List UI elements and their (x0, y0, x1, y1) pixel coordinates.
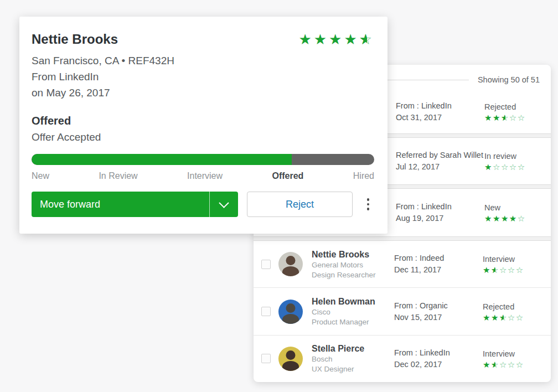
candidate-company: General Motors (312, 260, 394, 270)
select-candidate-checkbox[interactable] (261, 307, 271, 316)
source-cell: From : LinkedIn Oct 31, 2017 (396, 100, 484, 123)
row-separator (254, 236, 551, 241)
candidate-info: Helen Bowman Cisco Product Manager (312, 296, 394, 327)
source-text: From : LinkedIn (396, 201, 484, 213)
kebab-dot (367, 208, 370, 210)
source-text: Referred by Sarah Willet (396, 149, 484, 161)
avatar (278, 252, 303, 276)
status-text: Rejected (484, 101, 541, 112)
rating-stars: ★★★★☆ (484, 215, 541, 223)
card-actions: Move forward Reject (32, 192, 374, 217)
candidate-row[interactable]: Nettie Brooks General Motors Design Rese… (254, 241, 551, 287)
status-cell: Rejected ★★☆★☆☆ (483, 301, 551, 322)
source-text: From : LinkedIn (394, 347, 483, 359)
rating-stars: ★☆★☆☆☆ (483, 266, 541, 275)
date-text: Jul 12, 2017 (396, 161, 484, 173)
candidate-info: Stella Pierce Bosch UX Designer (312, 343, 394, 374)
candidate-name: Nettie Brooks (32, 31, 174, 48)
pipeline-progress-fill (32, 154, 292, 165)
source-text: From : Organic (394, 300, 483, 312)
stage-label-hired: Hired (353, 171, 374, 181)
candidate-name: Nettie Brooks (312, 249, 394, 260)
stage-label-new: New (32, 171, 49, 181)
source-text: From : LinkedIn (396, 100, 484, 112)
status-cell: New ★★★★☆ (484, 202, 551, 223)
date-text: Dec 11, 2017 (394, 264, 483, 276)
rating-stars: ★☆★☆☆☆ (483, 361, 541, 369)
avatar (278, 347, 303, 371)
date-text: Aug 19, 2017 (396, 213, 484, 224)
candidate-role: Design Researcher (312, 270, 394, 280)
card-header: Nettie Brooks San Francisco, CA • REF432… (32, 31, 374, 101)
stage-label-in-review: In Review (99, 171, 137, 181)
candidate-detail-card: Nettie Brooks San Francisco, CA • REF432… (19, 17, 388, 234)
rating-stars[interactable]: ★★★★☆★ (298, 32, 374, 47)
avatar-silhouette (282, 266, 299, 276)
source-cell: From : Organic Nov 15, 2017 (394, 300, 483, 323)
source-cell: Referred by Sarah Willet Jul 12, 2017 (396, 149, 484, 173)
kebab-dot (367, 198, 370, 201)
avatar-silhouette (286, 256, 296, 265)
candidate-meta: San Francisco, CA • REF432H From LinkedI… (32, 53, 174, 101)
candidate-source: From LinkedIn (32, 69, 174, 85)
pipeline-stages: New In Review Interview Offered Hired (32, 171, 374, 181)
candidate-date: on May 26, 2017 (32, 85, 174, 101)
date-text: Oct 31, 2017 (396, 112, 484, 123)
reject-button[interactable]: Reject (247, 192, 353, 217)
status-text: In review (484, 151, 541, 162)
move-forward-dropdown[interactable] (210, 192, 238, 217)
status-text: Interview (483, 348, 541, 359)
status-text: Interview (483, 254, 541, 265)
candidate-info: Nettie Brooks General Motors Design Rese… (312, 249, 394, 280)
reject-label: Reject (286, 199, 314, 210)
avatar-silhouette (286, 350, 296, 360)
candidate-company: Cisco (312, 307, 394, 317)
date-text: Nov 15, 2017 (394, 312, 483, 323)
rating-stars: ★★☆★☆☆ (483, 314, 541, 322)
date-text: Dec 02, 2017 (394, 359, 483, 370)
source-cell: From : LinkedIn Dec 02, 2017 (394, 347, 483, 370)
candidate-company: Bosch (312, 354, 394, 364)
candidate-row[interactable]: Helen Bowman Cisco Product Manager From … (254, 287, 551, 335)
move-forward-label: Move forward (32, 199, 209, 210)
rating-stars: ★★☆★☆☆ (484, 114, 541, 122)
stage-title: Offered (32, 114, 374, 128)
chevron-down-icon (219, 198, 229, 208)
select-candidate-checkbox[interactable] (261, 260, 271, 269)
pipeline-progress-bar (32, 154, 374, 165)
avatar (278, 300, 303, 324)
status-cell: Interview ★☆★☆☆☆ (483, 254, 551, 275)
status-cell: Rejected ★★☆★☆☆ (484, 101, 551, 122)
showing-count: Showing 50 of 51 (478, 75, 540, 84)
status-text: New (484, 202, 541, 213)
candidate-role: Product Manager (312, 317, 394, 327)
status-text: Rejected (483, 301, 541, 312)
kebab-dot (367, 203, 370, 206)
source-cell: From : Indeed Dec 11, 2017 (394, 252, 483, 276)
move-forward-button[interactable]: Move forward (32, 192, 238, 217)
source-cell: From : LinkedIn Aug 19, 2017 (396, 201, 484, 224)
status-cell: Interview ★☆★☆☆☆ (483, 348, 551, 369)
stage-subtitle: Offer Accepted (32, 130, 374, 145)
select-candidate-checkbox[interactable] (261, 354, 271, 363)
avatar-silhouette (286, 303, 296, 313)
avatar-silhouette (282, 361, 299, 371)
rating-stars: ★☆☆☆☆ (484, 163, 541, 172)
status-cell: In review ★☆☆☆☆ (484, 151, 551, 172)
candidate-name: Helen Bowman (312, 296, 394, 307)
source-text: From : Indeed (394, 252, 483, 264)
avatar-silhouette (282, 314, 299, 324)
candidate-location: San Francisco, CA • REF432H (32, 53, 174, 69)
stage-label-offered: Offered (272, 171, 303, 181)
candidate-row[interactable]: Stella Pierce Bosch UX Designer From : L… (254, 335, 551, 381)
stage-label-interview: Interview (187, 171, 223, 181)
more-options-button[interactable] (365, 196, 372, 213)
candidate-name: Stella Pierce (312, 343, 394, 354)
candidate-role: UX Designer (312, 364, 394, 374)
